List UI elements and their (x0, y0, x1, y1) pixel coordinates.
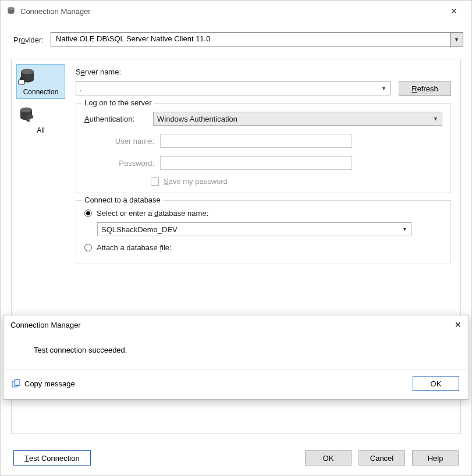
bottom-bar: Test Connection OK Cancel Help (1, 441, 471, 475)
copy-message-label: Copy message (24, 379, 75, 388)
database-group: Connect to a database Select or enter a … (76, 200, 451, 264)
database-name-value: SQLShackDemo_DEV (101, 225, 399, 234)
database-plug-icon (17, 68, 65, 87)
server-name-label: Server name: (76, 68, 121, 76)
authentication-value: Windows Authentication (157, 115, 430, 123)
message-dialog-footer: Copy message OK (3, 370, 469, 399)
save-password-label: Save my password (164, 177, 228, 186)
copy-message-link[interactable]: Copy message (12, 379, 75, 388)
select-db-label: Select or enter a database name: (97, 209, 208, 218)
chevron-down-icon[interactable]: ▼ (399, 226, 407, 232)
sidebar-item-label: All (37, 126, 44, 134)
chevron-down-icon[interactable]: ▼ (450, 33, 463, 47)
database-icon (6, 6, 16, 16)
chevron-down-icon[interactable]: ▼ (430, 116, 438, 122)
password-input (160, 156, 352, 170)
sidebar-item-connection[interactable]: Connection (16, 64, 65, 99)
svg-rect-4 (19, 80, 24, 84)
select-db-radio[interactable] (84, 209, 92, 217)
message-text: Test connection succeeded. (34, 346, 127, 354)
svg-point-8 (20, 108, 32, 112)
refresh-button[interactable]: Refresh (399, 81, 451, 96)
attach-file-label: Attach a database file: (97, 243, 172, 252)
help-button[interactable]: Help (412, 450, 459, 466)
save-password-checkbox (151, 177, 159, 186)
provider-value: Native OLE DB\SQL Server Native Client 1… (51, 33, 450, 47)
svg-point-1 (8, 7, 15, 10)
username-input (160, 134, 352, 148)
copy-icon (12, 379, 21, 388)
svg-point-3 (21, 69, 34, 74)
message-dialog-titlebar: Connection Manager ✕ (3, 315, 469, 334)
svg-rect-5 (20, 77, 22, 80)
close-icon[interactable]: ✕ (455, 320, 462, 329)
svg-rect-10 (15, 380, 20, 386)
password-label: Password: (102, 159, 154, 168)
server-name-value: . (80, 84, 82, 93)
message-dialog-title: Connection Manager (10, 321, 81, 329)
database-wrench-icon (17, 106, 65, 125)
connection-manager-window: Connection Manager ✕ Provider: Native OL… (0, 0, 472, 476)
provider-row: Provider: Native OLE DB\SQL Server Nativ… (1, 22, 471, 53)
close-icon[interactable]: ✕ (442, 6, 466, 16)
authentication-label: Authentication: (84, 115, 147, 123)
database-legend: Connect to a database (82, 196, 163, 204)
attach-file-radio[interactable] (84, 244, 92, 251)
message-dialog-body: Test connection succeeded. (3, 334, 469, 370)
window-title: Connection Manager (20, 7, 442, 16)
sidebar-item-all[interactable]: All (16, 102, 65, 137)
provider-combobox[interactable]: Native OLE DB\SQL Server Native Client 1… (51, 32, 463, 47)
message-ok-button[interactable]: OK (413, 376, 459, 391)
titlebar: Connection Manager ✕ (1, 1, 471, 22)
sidebar-item-label: Connection (23, 88, 59, 96)
ok-button[interactable]: OK (305, 450, 352, 466)
test-connection-button[interactable]: Test Connection (13, 450, 91, 466)
authentication-select[interactable]: Windows Authentication ▼ (153, 112, 442, 126)
svg-rect-6 (22, 77, 23, 80)
logon-group: Log on to the server Authentication: Win… (76, 103, 451, 193)
provider-label: Provider: (13, 35, 44, 44)
cancel-button[interactable]: Cancel (359, 450, 405, 466)
logon-legend: Log on to the server (82, 98, 154, 107)
username-label: User name: (102, 137, 154, 145)
database-name-combobox[interactable]: SQLShackDemo_DEV ▼ (97, 222, 411, 236)
chevron-down-icon[interactable]: ▼ (381, 86, 386, 91)
message-dialog: Connection Manager ✕ Test connection suc… (3, 315, 469, 400)
server-name-combobox[interactable]: . ▼ (76, 81, 391, 95)
